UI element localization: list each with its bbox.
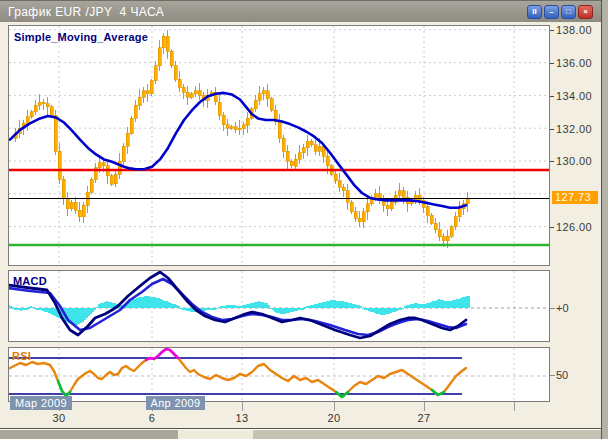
indicator-label-sma: Simple_Moving_Average [14,31,148,43]
window-right-edge [601,0,608,439]
minimize-button[interactable]: – [544,5,559,19]
time-tick-mark [242,402,243,411]
price-chart-svg[interactable] [9,26,549,265]
macd-panel[interactable]: MACD [8,270,550,342]
macd-zero-label: +0 [556,302,569,314]
price-tick-label: 138.00 [556,24,592,36]
time-tick-mark [514,402,515,411]
macd-chart-svg[interactable] [9,271,549,341]
current-price-badge: 127.73 [552,191,598,204]
pause-button[interactable]: II [527,5,542,19]
date-label: 13 [235,412,248,424]
rsi-panel[interactable]: RSI [8,347,550,402]
month-badge: Мар 2009 [10,396,72,410]
price-tick-label: 134.00 [556,90,592,102]
price-chart-panel[interactable]: Simple_Moving_Average [8,25,550,266]
price-tick-mark [550,63,554,64]
chart-window: График EUR /JPY 4 ЧАСА II – □ × Simple_M… [0,0,608,439]
pause-icon: II [532,8,536,16]
price-tick-mark [550,227,554,228]
date-label: 27 [417,412,430,424]
window-controls: II – □ × [527,5,593,19]
rsi-mid-tick [550,375,555,377]
price-tick-mark [550,96,554,97]
date-label: 30 [52,412,65,424]
window-titlebar[interactable]: График EUR /JPY 4 ЧАСА II – □ × [0,0,601,22]
time-tick-mark [334,402,335,411]
maximize-button[interactable]: □ [561,5,576,19]
bottom-strip-right [253,430,601,439]
price-tick-label: 136.00 [556,57,592,69]
close-button[interactable]: × [578,5,593,19]
time-tick-mark [424,402,425,411]
price-tick-mark [550,30,554,31]
macd-zero-tick [550,308,555,310]
date-label: 6 [149,412,156,424]
indicator-label-rsi: RSI [12,350,31,362]
rsi-chart-svg[interactable] [9,348,549,401]
price-tick-label: 130.00 [556,155,592,167]
price-tick-label: 126.00 [556,221,592,233]
minimize-icon: – [549,8,553,16]
date-label: 20 [327,412,340,424]
bottom-strip-middle [178,430,253,439]
price-tick-mark [550,129,554,130]
bottom-strip-left [0,430,178,439]
price-tick-mark [550,161,554,162]
maximize-icon: □ [566,8,571,16]
indicator-label-macd: MACD [13,275,47,287]
price-tick-label: 132.00 [556,123,592,135]
window-title: График EUR /JPY 4 ЧАСА [8,5,164,19]
close-icon: × [583,8,588,16]
rsi-mid-label: 50 [556,369,568,381]
month-badge: Апр 2009 [146,396,205,410]
